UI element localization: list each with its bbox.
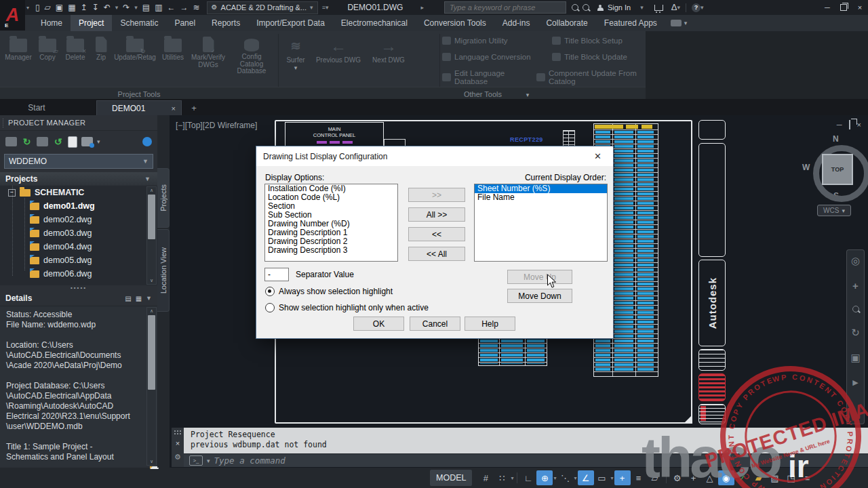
project-select-dropdown[interactable]: WDDEMO ▼ <box>4 154 153 169</box>
help-circle-icon[interactable] <box>142 137 152 146</box>
autodesk-app-icon[interactable]: Δ <box>671 0 677 15</box>
palette-splitter[interactable]: ••••• <box>0 285 157 291</box>
chevron-down-icon[interactable]: ▾ <box>511 475 513 481</box>
back-icon[interactable]: ← <box>167 0 176 15</box>
undo-icon[interactable]: ↶ <box>104 0 111 15</box>
update-icon[interactable]: ↺ <box>52 137 64 146</box>
details-section-header[interactable]: Details ▤ ▦ ▼ <box>0 291 157 305</box>
tab-reports[interactable]: Reports <box>203 15 248 31</box>
open-file-icon[interactable]: ▱ <box>45 0 51 15</box>
chevron-down-icon[interactable]: ▾ <box>97 138 100 145</box>
tab-panel[interactable]: Panel <box>166 15 203 31</box>
plot-publish-icon[interactable] <box>81 137 93 146</box>
add-all-button[interactable]: All >> <box>408 207 465 222</box>
remove-button[interactable]: << <box>408 227 465 241</box>
tab-start[interactable]: Start <box>5 100 68 115</box>
details-scrollbar[interactable]: ∧ ∨ <box>146 307 157 466</box>
search-box[interactable] <box>444 1 566 14</box>
details-view-icon[interactable]: ▤ <box>125 295 131 302</box>
logo-dropdown-icon[interactable]: ▾ <box>26 5 29 11</box>
delete-button[interactable]: × Delete <box>61 35 90 62</box>
scroll-down-icon[interactable]: ∨ <box>147 277 156 284</box>
update-retag-button[interactable]: ↻ Update/Retag <box>113 35 157 62</box>
new-file-icon[interactable]: ▯ <box>35 0 40 15</box>
tab-collaborate[interactable]: Collaborate <box>538 15 595 31</box>
model-button[interactable]: MODEL <box>430 470 472 486</box>
scrollbar-thumb[interactable] <box>148 315 155 390</box>
plot-icon[interactable]: ▤ <box>142 0 150 15</box>
orbit-icon[interactable]: ↻ <box>851 327 860 338</box>
search-icon[interactable] <box>572 4 578 11</box>
migration-utility-button[interactable]: Migration Utility <box>442 37 542 45</box>
tab-electromechanical[interactable]: Electromechanical <box>333 15 416 31</box>
chevron-down-icon[interactable]: ▾ <box>524 92 532 98</box>
highlight-when-active-radio[interactable] <box>265 303 275 312</box>
mark-verify-dwgs-button[interactable]: ✓ Mark/Verify DWGs <box>189 35 228 68</box>
preview-view-icon[interactable]: ▦ <box>136 295 142 302</box>
refresh-icon[interactable]: ↻ <box>21 137 33 146</box>
palette-title[interactable]: PROJECT MANAGER <box>0 115 157 131</box>
save-to-mobile-icon[interactable]: ↧ <box>92 0 99 15</box>
viewport-controls[interactable]: [−][Top][2D Wireframe] <box>176 121 257 130</box>
tab-conversion-tools[interactable]: Conversion Tools <box>416 15 494 31</box>
component-update-from-catalog-button[interactable]: Component Update From Catalog <box>536 69 646 85</box>
tab-schematic[interactable]: Schematic <box>112 15 166 31</box>
always-show-highlight-radio[interactable] <box>265 287 275 296</box>
redo-icon[interactable]: ↷ <box>123 0 130 15</box>
title-block-update-button[interactable]: Title Block Update <box>552 53 627 61</box>
zoom-save-icon[interactable] <box>37 137 48 146</box>
snap-icon[interactable]: ∷ <box>494 470 510 485</box>
tree-item-demo01[interactable]: demo01.dwg <box>0 199 157 213</box>
redo-dropdown-icon[interactable]: ▾ <box>134 0 138 15</box>
sign-in-button[interactable]: Sign In <box>608 3 631 12</box>
open-from-mobile-icon[interactable]: ↥ <box>81 0 87 15</box>
remove-all-button[interactable]: << All <box>408 247 465 261</box>
drag-handle[interactable] <box>174 430 182 435</box>
app-logo[interactable]: AE <box>0 0 25 30</box>
viewcube-north[interactable]: N <box>833 134 839 144</box>
new-tab-button[interactable]: + <box>189 102 199 113</box>
tab-featured-apps[interactable]: Featured Apps <box>596 15 665 31</box>
close-icon[interactable]: × <box>176 439 180 447</box>
save-as-icon[interactable]: ▦ <box>68 0 75 15</box>
scroll-up-icon[interactable]: ∧ <box>147 187 156 194</box>
chevron-down-icon[interactable]: ▾ <box>574 475 576 481</box>
close-button[interactable]: × <box>852 0 868 15</box>
move-down-button[interactable]: Move Down <box>507 289 572 303</box>
dynamic-input-icon[interactable]: + <box>614 470 631 485</box>
manager-button[interactable]: Manager <box>1 35 35 62</box>
app-store-cart-icon[interactable] <box>654 5 663 11</box>
binoculars-icon[interactable] <box>583 4 589 11</box>
customize-icon[interactable]: ⚙ <box>174 453 181 462</box>
object-snap-tracking-icon[interactable]: ∠ <box>578 470 594 485</box>
current-display-order-list[interactable]: Sheet Number (%S) File Name <box>474 184 608 262</box>
other-tools-panel-title[interactable]: Other Tools <box>442 90 524 98</box>
app-dropdown-icon[interactable]: ▾ <box>677 0 680 15</box>
chevron-down-icon[interactable]: ▾ <box>207 458 210 464</box>
separator-value-field[interactable] <box>264 268 289 281</box>
chevron-down-icon[interactable]: ▾ <box>611 475 614 481</box>
undo-dropdown-icon[interactable]: ▾ <box>115 0 119 15</box>
highlight-when-active-label[interactable]: Show selection highlight only when activ… <box>279 303 429 312</box>
viewcube-top-face[interactable]: TOP <box>822 154 853 185</box>
scroll-up-icon[interactable]: ∧ <box>147 308 156 314</box>
save-icon[interactable]: ▣ <box>56 0 63 15</box>
scrollbar-thumb[interactable] <box>148 195 155 239</box>
scroll-down-icon[interactable]: ∨ <box>147 458 156 465</box>
tree-folder-schematic[interactable]: − SCHEMATIC <box>0 186 157 199</box>
ok-button[interactable]: OK <box>353 317 404 331</box>
move-up-button[interactable]: Move Up <box>507 270 572 284</box>
restore-button[interactable] <box>849 121 850 129</box>
tree-item-demo02[interactable]: demo02.dwg <box>0 213 157 226</box>
help-icon[interactable]: ? <box>692 3 701 12</box>
chevron-down-icon[interactable]: ▾ <box>553 475 556 481</box>
restore-button[interactable] <box>835 0 852 15</box>
next-dwg-button[interactable]: → Next DWG <box>366 35 411 64</box>
polar-tracking-icon[interactable]: ⊕ <box>536 470 553 485</box>
previous-dwg-button[interactable]: ← Previous DWG <box>313 35 363 64</box>
dialog-title-bar[interactable]: Drawing List Display Configuration ✕ <box>256 146 613 166</box>
pan-icon[interactable]: + <box>852 281 859 291</box>
zip-button[interactable]: Zip <box>91 35 111 62</box>
command-prompt[interactable]: Type a command <box>214 455 285 466</box>
edit-language-database-button[interactable]: Edit Language Database <box>442 69 527 85</box>
